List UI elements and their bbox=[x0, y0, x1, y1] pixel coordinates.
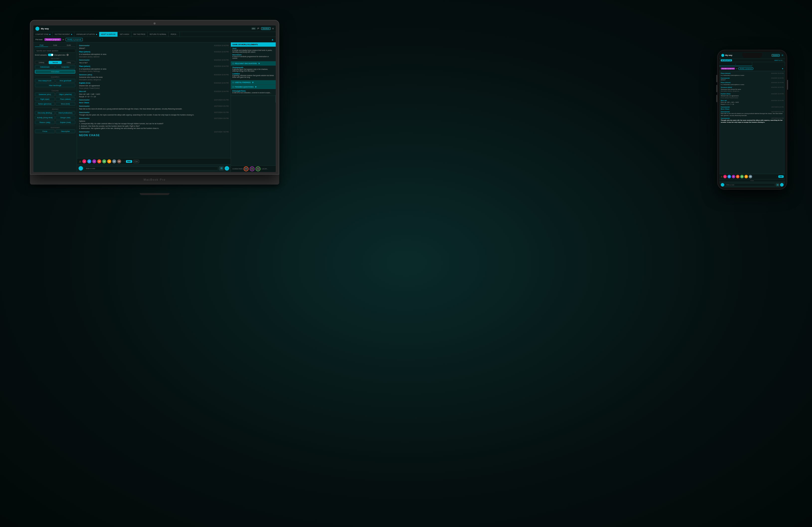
tab-return-to-normal[interactable]: RETURN TO NORMAL bbox=[148, 32, 169, 37]
phone-ar-badge: AR SITUATION bbox=[721, 59, 732, 61]
findings-collapse[interactable]: ▼ bbox=[251, 81, 254, 84]
focus-button[interactable]: Focus bbox=[35, 129, 55, 133]
findings-section: ⬡ USEFUL FINDINGS ▼ bbox=[231, 80, 276, 85]
tab-pay-the-price[interactable]: PAY THE PRICE bbox=[131, 32, 148, 37]
character-dior[interactable]: Di bbox=[249, 166, 255, 171]
phone-power-button[interactable] bbox=[787, 80, 788, 90]
unlikely-button[interactable]: Unlikely bbox=[35, 61, 48, 64]
questions-collapse[interactable]: ▼ bbox=[255, 86, 257, 88]
attach-button[interactable]: 🖼 bbox=[219, 166, 223, 171]
dice-d6[interactable]: 6 bbox=[87, 159, 91, 163]
phone-dice-d4[interactable]: ▲ bbox=[723, 175, 727, 178]
chat-message-4: Place (where) 9/16/2024 10:44 PM In a ha… bbox=[79, 65, 229, 73]
dice-d10[interactable]: 10 bbox=[97, 159, 101, 163]
coin-button[interactable]: Coin bbox=[133, 160, 139, 163]
phone-volume-up-button[interactable] bbox=[716, 85, 717, 92]
phone-random-proposal-button[interactable]: Random proposal bbox=[721, 68, 735, 70]
game-elements-collapse[interactable]: ▲ bbox=[272, 43, 274, 46]
intent-button[interactable]: Intent (motivation) bbox=[56, 111, 75, 115]
tab-pum[interactable]: PUM bbox=[35, 44, 48, 47]
chat-area: Gamemaster 9/16/2024 10:43 PM Where? Pla… bbox=[77, 42, 231, 172]
phone-chat-input[interactable] bbox=[725, 183, 775, 186]
reason-button[interactable]: Reason (why) bbox=[35, 120, 55, 124]
phone-attach-button[interactable]: 🖼 bbox=[776, 183, 779, 187]
roll-button[interactable]: Roll bbox=[126, 160, 132, 163]
chat-input[interactable] bbox=[84, 167, 218, 170]
tab-adapt-survive[interactable]: ADAPT & SURVIVE bbox=[99, 32, 118, 37]
dice-d100[interactable]: 100 bbox=[117, 159, 121, 163]
tab-gum[interactable]: GUM bbox=[62, 44, 75, 47]
description-button[interactable]: Description bbox=[56, 129, 75, 133]
phone-ui: My way Neoflow ☰ AR SITUATION ADAPT & SU… bbox=[719, 52, 785, 187]
place-button[interactable]: Place (where) bbox=[56, 97, 75, 101]
discovery-button[interactable]: Discovery (finding) bbox=[35, 111, 55, 115]
dice-d4[interactable]: ▲ bbox=[82, 159, 86, 163]
phone-volume-down-button[interactable] bbox=[716, 95, 717, 102]
phone-roll-button[interactable]: Roll bbox=[778, 175, 784, 178]
disrupted-radio[interactable] bbox=[67, 54, 69, 56]
someone-button[interactable]: Someone (who) bbox=[35, 92, 55, 96]
activity-danger-row: Activity (doing what) Danger (risk) bbox=[35, 116, 75, 119]
disrupted-label: Disrupted dice bbox=[54, 54, 66, 56]
phone-dice-d6[interactable]: 6 bbox=[727, 175, 731, 178]
phone-msg-6: 9/16/2024 10:44 PM Dice roll Dice roll: … bbox=[721, 100, 784, 105]
dice-d8[interactable]: 8 bbox=[92, 159, 96, 163]
how-many-button[interactable]: How many/much bbox=[35, 79, 55, 83]
language-badge[interactable]: EN bbox=[251, 27, 256, 30]
encounters-collapse[interactable]: ▼ bbox=[258, 62, 260, 65]
how-hard-button[interactable]: How hard/tough bbox=[35, 84, 75, 87]
notice-button[interactable]: Notice (perceive) bbox=[35, 102, 55, 106]
modify-proposal-button[interactable]: Modify a proposal bbox=[66, 38, 83, 41]
danger-button[interactable]: Danger (risk) bbox=[56, 116, 75, 119]
phone-theme-button[interactable]: Neoflow bbox=[772, 54, 780, 57]
phone-silent-button[interactable] bbox=[716, 75, 717, 82]
phone-up-arrow[interactable]: ▲ bbox=[782, 67, 784, 70]
phone-clear-label[interactable]: Clear bbox=[751, 180, 754, 181]
character-krty[interactable]: KR bbox=[244, 166, 249, 171]
activity-button[interactable]: Activity (doing what) bbox=[35, 116, 55, 119]
phone-tab-2[interactable] bbox=[752, 62, 785, 66]
tab-perce[interactable]: PERCE... bbox=[169, 32, 180, 37]
neutral-button[interactable]: Neutral bbox=[48, 61, 62, 64]
phone-dice-d8[interactable]: 8 bbox=[732, 175, 735, 178]
explain-button[interactable]: Explain (how) bbox=[56, 120, 75, 124]
phone-msg-8: 10/27/2024 6:31 PM Gamemaster Rain fell … bbox=[721, 111, 784, 117]
dice-d12[interactable]: 12 bbox=[102, 159, 106, 163]
mood-button[interactable]: Mood (feel) bbox=[56, 102, 75, 106]
tab-comfort-zone[interactable]: COMFORT ZONE bbox=[33, 32, 53, 37]
world-element-virelf: Virelf A nimble and deadly forest creatu… bbox=[232, 48, 274, 53]
interaction-button[interactable]: Interaction bbox=[35, 70, 75, 74]
phone-dice-d100[interactable]: 100 bbox=[749, 175, 752, 178]
phone-dice-d10[interactable]: 10 bbox=[736, 175, 739, 178]
phone-nav: ✓ bbox=[719, 62, 785, 66]
theme-button[interactable]: Neoflow bbox=[261, 27, 271, 30]
dice-d00[interactable]: 00 bbox=[112, 159, 116, 163]
tab-sum[interactable]: SUM bbox=[48, 44, 62, 47]
dice-d20[interactable]: 20 bbox=[107, 159, 111, 163]
game-elements-header: GAME OR WORLD ELEMENTS ▲ bbox=[231, 42, 276, 47]
subjective-button[interactable]: Subjective bbox=[56, 65, 75, 69]
tab-inciting-incident[interactable]: INCITING INCIDENT bbox=[53, 32, 74, 37]
object-button[interactable]: Object (what for) bbox=[56, 92, 75, 96]
phone-dice-d12[interactable]: 12 bbox=[740, 175, 744, 178]
up-arrow-icon[interactable]: ▲ bbox=[271, 38, 274, 41]
character-bob[interactable]: Bo bbox=[256, 166, 261, 171]
phone-send-button[interactable]: → bbox=[780, 183, 784, 187]
determinate-button[interactable]: Determinate bbox=[35, 65, 55, 69]
flag-icon: 🏴 bbox=[257, 28, 260, 30]
tab-get-a-wish[interactable]: GET A WISH bbox=[118, 32, 131, 37]
phone-dice-d20[interactable]: 20 bbox=[744, 175, 748, 178]
oracle-question-input[interactable] bbox=[35, 49, 75, 53]
fight-button[interactable]: Fight (style) bbox=[35, 97, 55, 101]
enrich-toggle[interactable] bbox=[48, 54, 53, 56]
phone-tab-active[interactable]: ✓ bbox=[719, 62, 752, 66]
encounters-label: RELEVANT ENCOUNTERS bbox=[235, 62, 257, 65]
random-proposal-button[interactable]: Random proposal bbox=[44, 38, 61, 41]
phone-modify-button[interactable]: Modify a proposal bbox=[738, 67, 753, 70]
tab-unfamiliar-situation[interactable]: UNFAMILIAR SITUATION bbox=[74, 32, 99, 37]
menu-icon[interactable]: ☰ bbox=[272, 28, 274, 30]
phone-menu-icon[interactable]: ☰ bbox=[782, 54, 783, 56]
likely-button[interactable]: Likely bbox=[62, 61, 75, 64]
how-good-button[interactable]: How good/well bbox=[56, 79, 75, 83]
send-button[interactable]: → bbox=[224, 166, 229, 171]
